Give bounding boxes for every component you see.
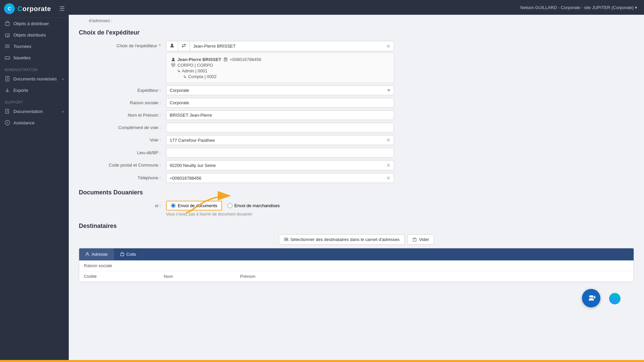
contact-admin: Admin | 0001 [182, 68, 207, 73]
expediteur-search-input[interactable] [190, 42, 383, 51]
col-raison-sociale: Raison sociale [84, 263, 112, 268]
lieu-input[interactable] [166, 148, 394, 158]
section-douaniers-header: Documents Douaniers [79, 189, 634, 196]
sidebar: C Corporate ☰ Objets à distribuer Objets… [0, 0, 69, 362]
sidebar-item-objets-distribues[interactable]: Objets distribués [0, 29, 69, 41]
nom-prenom-input[interactable] [166, 110, 394, 120]
dest-table-raison-sociale-col: Raison sociale [79, 260, 634, 271]
main-content: Nelson GUILLARD - Corporate - site JUPIT… [69, 0, 644, 362]
radio-documents[interactable] [171, 203, 176, 208]
label-raison-sociale: Raison sociale : [79, 98, 166, 105]
sidebar-item-documentation[interactable]: Documentation ▸ [0, 106, 69, 117]
svg-rect-26 [120, 253, 124, 256]
svg-point-17 [171, 44, 173, 46]
control-lieu [166, 148, 394, 158]
sidebar-item-label: Assistance [13, 120, 35, 125]
voie-input[interactable] [166, 136, 383, 145]
radio-option-marchandises[interactable]: Envoi de marchandises [227, 203, 280, 208]
label-expediteur: Expéditeur : [79, 85, 166, 93]
sidebar-item-navettes[interactable]: Navettes [0, 52, 69, 63]
control-code-postal: ✕ [166, 160, 394, 170]
expediteur-clear-btn[interactable]: ✕ [383, 42, 394, 51]
box-icon [5, 21, 10, 26]
app-logo-icon: C [4, 3, 15, 14]
section-destinataires: Destinataires Sélectionner des destinata… [79, 223, 634, 282]
telephone-clear-btn[interactable]: ✕ [383, 173, 394, 183]
svg-point-25 [87, 253, 88, 254]
radio-marchandises-label: Envoi de marchandises [234, 203, 280, 208]
sidebar-item-exports[interactable]: Exports [0, 84, 69, 96]
radio-option-documents[interactable]: Envoi de documents [166, 201, 222, 210]
logo-letter: C [8, 6, 11, 11]
trash-icon [412, 237, 417, 242]
sidebar-item-label: Exports [13, 88, 28, 93]
svg-rect-3 [5, 46, 10, 47]
row-complement: Complément de voie : [79, 123, 634, 132]
control-nom-prenom [166, 110, 394, 120]
svg-point-18 [172, 58, 174, 60]
dest-table-cols: Civilité Nom Prénom [79, 271, 634, 282]
voie-clear-btn[interactable]: ✕ [383, 135, 394, 145]
col-nom: Nom [164, 274, 173, 279]
raison-sociale-input[interactable] [166, 98, 394, 108]
tab-colis[interactable]: Colis [114, 248, 143, 260]
label-choix-expediteur: Choix de l'expéditeur * [79, 41, 166, 48]
shuttle-icon [5, 55, 10, 60]
sidebar-item-documents-numerises[interactable]: Documents numérisés ▸ [0, 73, 69, 84]
sidebar-item-label: Objets distribués [13, 33, 46, 38]
app-name: Corporate [17, 5, 51, 13]
code-postal-input[interactable] [166, 161, 383, 170]
svg-rect-2 [5, 45, 10, 45]
row-nom-prenom: Nom et Prénom : [79, 110, 634, 120]
svg-point-6 [6, 59, 7, 60]
swap-icon-btn[interactable] [178, 41, 190, 51]
row-lieu: Lieu-dit/BP : [79, 148, 634, 158]
telephone-input[interactable] [166, 174, 383, 183]
radio-documents-label: Envoi de documents [178, 203, 217, 208]
section-douaniers: Documents Douaniers oi : Envoi de docume… [79, 189, 634, 217]
contact-company: CORPO | CORPO [177, 63, 213, 68]
expediteur-select[interactable]: Corporate [166, 85, 394, 95]
dest-fab-area [79, 286, 634, 312]
sidebar-item-label: Objets à distribuer [13, 21, 49, 26]
tab-adresse[interactable]: Adresse [79, 248, 114, 260]
contact-info-box: Jean-Pierre BRISSET +008016788456 CORPO … [166, 53, 394, 83]
col-prenom: Prénom [240, 274, 256, 279]
sidebar-item-assistance[interactable]: ? Assistance [0, 117, 69, 128]
btn-vider[interactable]: Vider [407, 234, 434, 245]
svg-rect-12 [5, 91, 9, 92]
sidebar-item-objets-distribuer[interactable]: Objets à distribuer [0, 18, 69, 29]
svg-point-7 [8, 59, 9, 60]
add-person-fab[interactable] [582, 289, 600, 307]
row-raison-sociale: Raison sociale : [79, 98, 634, 108]
svg-rect-24 [413, 238, 416, 241]
svg-point-23 [286, 238, 288, 239]
expediteur-picker[interactable]: ✕ [166, 41, 394, 51]
col-civilite: Civilité [84, 274, 97, 279]
label-type-envoi: oi : [79, 201, 166, 208]
sidebar-item-label: Documentation [13, 109, 43, 114]
control-expediteur: Corporate [166, 85, 394, 95]
complement-input[interactable] [166, 123, 394, 132]
hamburger-icon[interactable]: ☰ [59, 5, 65, 12]
sidebar-item-label: Navettes [13, 55, 31, 60]
topbar: Nelson GUILLARD - Corporate - site JUPIT… [69, 0, 644, 15]
person-icon-btn[interactable] [166, 41, 178, 51]
sidebar-item-tournees[interactable]: Tournées [0, 41, 69, 52]
breadcrumb: d'adresses : [79, 15, 634, 23]
package-icon [120, 252, 124, 256]
radio-marchandises[interactable] [227, 203, 232, 208]
label-lieu: Lieu-dit/BP : [79, 148, 166, 155]
topbar-user[interactable]: Nelson GUILLARD - Corporate - site JUPIT… [520, 5, 637, 10]
btn-selectionner-destinataires[interactable]: Sélectionner des destinataires dans le c… [279, 234, 405, 245]
box-check-icon [5, 32, 10, 38]
wheel-icon[interactable] [609, 293, 621, 304]
help-icon: ? [5, 120, 10, 125]
control-telephone: ✕ [166, 173, 394, 183]
svg-point-20 [173, 64, 174, 65]
dest-table-tabs: Adresse Colis [79, 248, 634, 260]
label-telephone: Téléphone : [79, 173, 166, 180]
dest-actions: Sélectionner des destinataires dans le c… [79, 234, 634, 245]
code-postal-clear-btn[interactable]: ✕ [383, 161, 394, 170]
row-telephone: Téléphone : ✕ [79, 173, 634, 183]
